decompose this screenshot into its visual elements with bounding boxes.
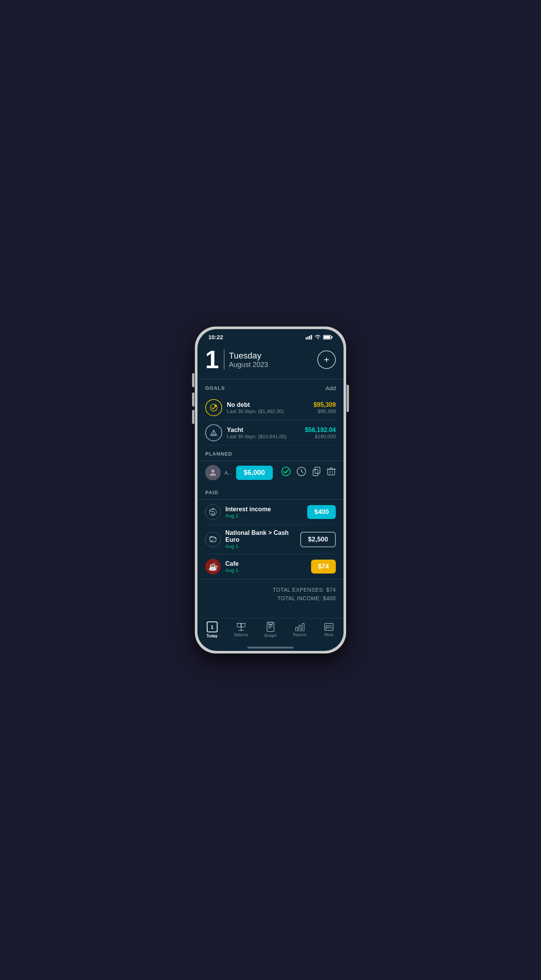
paid-bank-name: National Bank > Cash Euro xyxy=(225,529,300,543)
goals-add-button[interactable]: Add xyxy=(325,385,336,391)
paid-interest-info: Interest income Aug 1 xyxy=(225,506,307,519)
paid-bank-date: Aug 1 xyxy=(225,543,300,549)
signal-icon xyxy=(306,335,312,340)
plus-icon: + xyxy=(324,354,329,365)
svg-point-10 xyxy=(211,470,214,473)
paid-cafe-date: Aug 1 xyxy=(225,567,311,573)
goal-nodebt[interactable]: No debt Last 30 days: ($1,462.00) $95,30… xyxy=(205,395,336,420)
goal-yacht-current: $56,192.04 xyxy=(305,427,336,434)
planned-avatar xyxy=(205,465,221,480)
tab-today[interactable]: 1 Today xyxy=(201,621,224,638)
goals-section-header: GOALS Add xyxy=(205,379,336,395)
paid-cafe-name: Cafe xyxy=(225,560,311,567)
budget-icon xyxy=(266,622,275,632)
tab-budget-label: Budget xyxy=(264,633,277,638)
tab-more[interactable]: More xyxy=(317,623,340,637)
paid-cafe-info: Cafe Aug 1 xyxy=(225,560,311,573)
total-income-line: TOTAL INCOME: $400 xyxy=(205,594,336,603)
paid-national-bank[interactable]: National Bank > Cash Euro Aug 1 $2,500 xyxy=(205,525,336,554)
paid-bank-amount: $2,500 xyxy=(300,532,336,547)
notch xyxy=(242,329,299,341)
bank-transfer-icon xyxy=(205,532,221,547)
planned-label: A... xyxy=(225,470,232,476)
add-transaction-button[interactable]: + xyxy=(317,350,336,369)
goal-nodebt-current: $95,309 xyxy=(313,401,336,408)
cafe-icon: ☕ xyxy=(205,559,221,574)
tab-more-label: More xyxy=(325,633,333,637)
svg-rect-1 xyxy=(308,336,309,340)
goal-yacht-target: $180,000 xyxy=(305,434,336,439)
svg-rect-33 xyxy=(296,627,298,631)
planned-item: A... $6,000 xyxy=(205,461,336,484)
phone-screen: 10:22 xyxy=(197,329,344,651)
goal-nodebt-icon xyxy=(205,399,222,416)
svg-line-14 xyxy=(301,471,303,473)
planned-clock-icon[interactable] xyxy=(296,466,306,479)
svg-rect-2 xyxy=(309,336,310,340)
svg-rect-15 xyxy=(315,467,320,473)
goal-yacht-icon xyxy=(205,424,222,441)
day-number: 1 xyxy=(205,347,219,372)
more-icon xyxy=(324,623,334,631)
planned-amount-button[interactable]: $6,000 xyxy=(236,466,273,480)
month-year: August 2023 xyxy=(229,361,268,369)
balance-icon xyxy=(236,623,246,631)
goal-yacht[interactable]: Yacht Last 30 days: ($10,841.00) $56,192… xyxy=(205,420,336,446)
status-icons xyxy=(306,335,333,340)
planned-actions xyxy=(281,466,336,479)
svg-point-11 xyxy=(282,467,290,476)
paid-bank-info: National Bank > Cash Euro Aug 1 xyxy=(225,529,300,549)
header: 1 Tuesday August 2023 + xyxy=(205,342,336,379)
wifi-icon xyxy=(315,335,321,340)
home-indicator xyxy=(247,647,294,649)
weekday: Tuesday xyxy=(229,351,268,361)
battery-icon xyxy=(323,335,333,340)
tab-reports[interactable]: Reports xyxy=(288,623,311,637)
tab-balance-label: Balance xyxy=(234,633,248,637)
goal-yacht-amounts: $56,192.04 $180,000 xyxy=(305,427,336,439)
paid-interest-date: Aug 1 xyxy=(225,513,307,519)
svg-rect-35 xyxy=(302,623,304,631)
goal-nodebt-name: No debt xyxy=(227,401,313,408)
total-expenses-line: TOTAL EXPENSES: $74 xyxy=(205,586,336,594)
svg-rect-0 xyxy=(306,337,307,340)
tab-budget[interactable]: Budget xyxy=(259,622,282,638)
planned-title: PLANNED xyxy=(205,451,232,457)
planned-delete-icon[interactable] xyxy=(327,467,336,478)
svg-rect-3 xyxy=(311,335,312,340)
main-content: 1 Tuesday August 2023 + GOALS Add xyxy=(197,342,344,618)
goal-nodebt-info: No debt Last 30 days: ($1,462.00) xyxy=(227,401,313,414)
paid-title: PAID xyxy=(205,490,218,495)
tab-reports-label: Reports xyxy=(293,633,306,637)
goal-yacht-subtitle: Last 30 days: ($10,841.00) xyxy=(227,434,305,439)
paid-interest-income[interactable]: Interest income Aug 1 $400 xyxy=(205,500,336,525)
status-time: 10:22 xyxy=(208,334,223,340)
svg-rect-5 xyxy=(332,336,333,338)
planned-copy-icon[interactable] xyxy=(312,467,321,478)
total-income-label: TOTAL INCOME: xyxy=(277,595,323,601)
total-expenses-label: TOTAL EXPENSES: xyxy=(273,587,326,593)
goals-title: GOALS xyxy=(205,385,225,391)
tab-balance[interactable]: Balance xyxy=(230,623,253,637)
planned-check-icon[interactable] xyxy=(281,466,291,479)
total-expenses-value: $74 xyxy=(326,587,336,593)
paid-interest-name: Interest income xyxy=(225,506,307,513)
paid-cafe[interactable]: ☕ Cafe Aug 1 $74 xyxy=(205,554,336,579)
planned-section-header: PLANNED xyxy=(205,446,336,461)
date-divider xyxy=(224,350,225,370)
svg-rect-34 xyxy=(299,625,301,631)
goal-yacht-info: Yacht Last 30 days: ($10,841.00) xyxy=(227,427,305,439)
paid-interest-amount: $400 xyxy=(307,505,336,519)
svg-point-8 xyxy=(214,405,217,407)
svg-rect-6 xyxy=(324,336,330,338)
date-section: 1 Tuesday August 2023 xyxy=(205,347,268,372)
paid-cafe-amount: $74 xyxy=(311,560,336,574)
phone-frame: 10:22 xyxy=(195,327,346,653)
svg-rect-17 xyxy=(328,469,335,475)
paid-section-header: PAID xyxy=(205,484,336,499)
tab-today-number: 1 xyxy=(211,624,213,630)
tab-today-label: Today xyxy=(206,634,218,638)
svg-rect-16 xyxy=(313,470,318,476)
goal-nodebt-amounts: $95,309 $95,309 xyxy=(313,401,336,414)
interest-income-icon xyxy=(205,504,221,520)
